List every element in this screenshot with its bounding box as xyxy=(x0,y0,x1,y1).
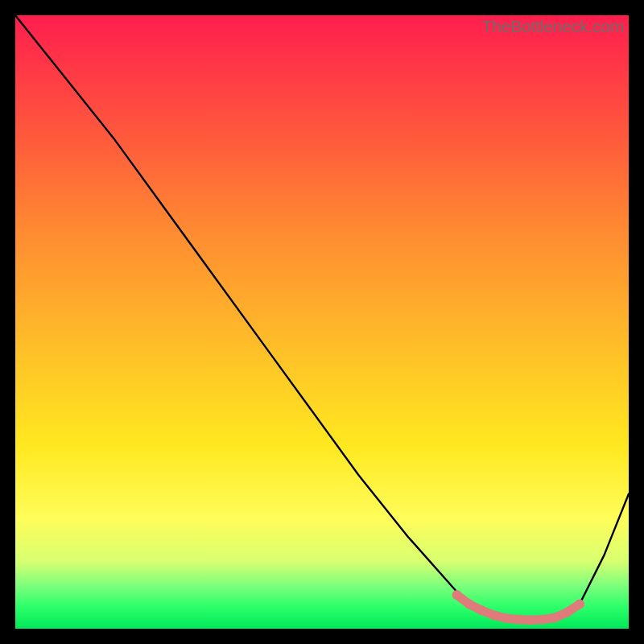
optimal-marker xyxy=(464,600,474,609)
optimal-marker xyxy=(477,605,486,615)
chart-svg xyxy=(15,15,629,629)
watermark-text: TheBottleneck.com xyxy=(482,17,624,36)
optimal-marker xyxy=(563,607,572,617)
optimal-marker xyxy=(452,590,462,600)
optimal-marker xyxy=(514,615,523,625)
optimal-marker xyxy=(538,615,547,625)
optimal-marker xyxy=(575,600,584,609)
bottleneck-curve-line xyxy=(15,15,629,621)
optimal-range-markers xyxy=(452,590,584,625)
optimal-marker xyxy=(551,613,560,622)
optimal-marker xyxy=(526,615,535,625)
chart-frame: TheBottleneck.com xyxy=(15,15,629,629)
optimal-marker xyxy=(502,613,511,623)
optimal-marker xyxy=(489,610,498,620)
